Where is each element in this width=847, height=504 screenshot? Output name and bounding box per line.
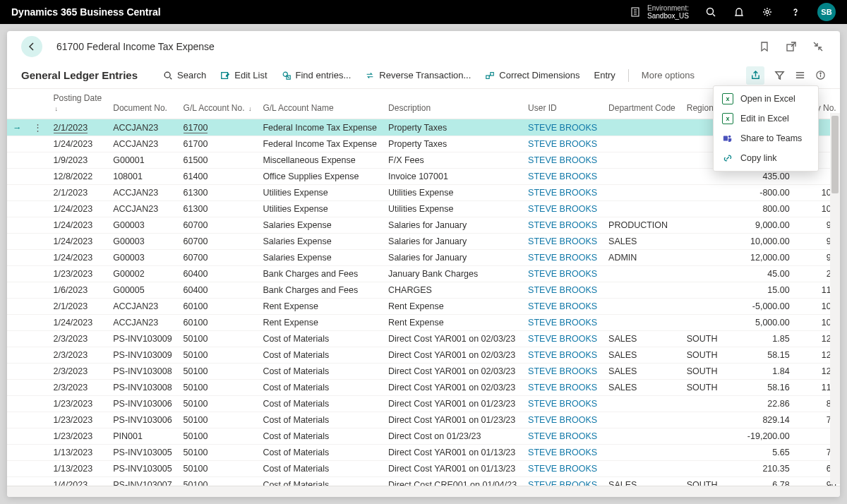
list-view-icon[interactable] bbox=[795, 70, 805, 80]
col-department[interactable]: Department Code bbox=[603, 89, 681, 119]
cell-date: 1/24/2023 bbox=[48, 201, 108, 217]
info-icon[interactable] bbox=[815, 70, 826, 80]
entry-menu-button[interactable]: Entry bbox=[587, 62, 623, 88]
back-button[interactable] bbox=[21, 36, 42, 57]
row-indicator bbox=[7, 299, 28, 315]
cell-gl: 60700 bbox=[178, 250, 258, 266]
cell-region: SOUTH bbox=[681, 364, 742, 380]
reverse-button[interactable]: Reverse Transaction... bbox=[358, 62, 478, 88]
cell-doc: PS-INV103005 bbox=[107, 445, 177, 461]
cell-region: SOUTH bbox=[681, 331, 742, 347]
row-indicator bbox=[7, 461, 28, 477]
table-row[interactable]: 1/24/2023G0000360700Salaries ExpenseSala… bbox=[7, 234, 840, 250]
table-row[interactable]: 1/24/2023ACCJAN2360100Rent ExpenseRent E… bbox=[7, 315, 840, 331]
table-row[interactable]: 1/13/2023PS-INV10300550100Cost of Materi… bbox=[7, 461, 840, 477]
table-row[interactable]: 2/3/2023PS-INV10300950100Cost of Materia… bbox=[7, 331, 840, 347]
cell-amount: 5.65 bbox=[742, 445, 795, 461]
cell-dept bbox=[603, 185, 681, 201]
filter-icon[interactable] bbox=[774, 70, 785, 80]
cell-amount: 58.15 bbox=[742, 347, 795, 364]
edit-list-button[interactable]: Edit List bbox=[213, 62, 274, 88]
col-gl-account-no[interactable]: G/L Account No. ↓ bbox=[178, 89, 258, 119]
col-document-no[interactable]: Document No. bbox=[107, 89, 177, 119]
collapse-icon[interactable] bbox=[812, 40, 824, 53]
svg-line-13 bbox=[170, 77, 172, 79]
cell-user: STEVE BROOKS bbox=[522, 331, 603, 347]
cell-amount: 210.35 bbox=[742, 461, 795, 477]
svg-line-16 bbox=[287, 76, 289, 78]
table-row[interactable]: 1/23/2023PIN00150100Cost of MaterialsDir… bbox=[7, 428, 840, 445]
table-row[interactable]: 1/13/2023PS-INV10300550100Cost of Materi… bbox=[7, 445, 840, 461]
cell-doc: PS-INV103005 bbox=[107, 461, 177, 477]
cell-gl: 60700 bbox=[178, 217, 258, 234]
cell-dept bbox=[603, 169, 681, 185]
cell-dept bbox=[603, 428, 681, 445]
environment-indicator[interactable]: Environment: Sandbox_US bbox=[629, 4, 689, 20]
more-options-button[interactable]: More options bbox=[635, 62, 702, 88]
cell-desc: Salaries for January bbox=[383, 250, 522, 266]
vertical-scrollbar[interactable] bbox=[830, 113, 840, 484]
col-description[interactable]: Description bbox=[383, 89, 522, 119]
edit-in-excel[interactable]: x Edit in Excel bbox=[714, 109, 818, 128]
col-posting-date[interactable]: Posting Date↓ bbox=[48, 89, 108, 119]
gear-icon[interactable] bbox=[761, 6, 774, 18]
table-row[interactable]: 1/23/2023PS-INV10300650100Cost of Materi… bbox=[7, 412, 840, 428]
col-user-id[interactable]: User ID bbox=[522, 89, 603, 119]
open-in-excel[interactable]: x Open in Excel bbox=[714, 89, 818, 109]
cell-name: Salaries Expense bbox=[257, 217, 383, 234]
table-row[interactable]: 1/24/2023G0000360700Salaries ExpenseSala… bbox=[7, 217, 840, 234]
table-row[interactable]: 1/23/2023PS-INV10300650100Cost of Materi… bbox=[7, 396, 840, 412]
row-indicator bbox=[7, 282, 28, 299]
find-entries-icon bbox=[282, 71, 292, 80]
avatar[interactable]: SB bbox=[817, 3, 836, 21]
popout-icon[interactable] bbox=[785, 40, 798, 53]
cell-desc: Direct Cost on 01/23/23 bbox=[383, 428, 522, 445]
search-button[interactable]: Search bbox=[156, 62, 213, 88]
cell-region: SOUTH bbox=[681, 380, 742, 396]
row-indicator bbox=[7, 185, 28, 201]
table-row[interactable]: 2/3/2023PS-INV10300850100Cost of Materia… bbox=[7, 380, 840, 396]
cell-region bbox=[681, 266, 742, 282]
cell-date: 1/4/2023 bbox=[48, 477, 108, 486]
find-entries-button[interactable]: Find entries... bbox=[275, 62, 359, 88]
table-row[interactable]: 2/1/2023ACCJAN2361300Utilities ExpenseUt… bbox=[7, 185, 840, 201]
cell-amount: 12,000.00 bbox=[742, 250, 795, 266]
cell-desc: Property Taxes bbox=[383, 136, 522, 152]
search-icon[interactable] bbox=[704, 6, 717, 18]
row-indicator bbox=[7, 315, 28, 331]
col-gl-account-name[interactable]: G/L Account Name bbox=[257, 89, 383, 119]
bookmark-icon[interactable] bbox=[758, 40, 771, 53]
copy-link[interactable]: Copy link bbox=[714, 148, 818, 168]
cell-dept: SALES bbox=[603, 477, 681, 486]
share-button[interactable] bbox=[746, 66, 764, 85]
correct-dimensions-button[interactable]: Correct Dimensions bbox=[478, 62, 587, 88]
edit-list-icon bbox=[220, 71, 230, 80]
horizontal-scrollbar[interactable] bbox=[7, 486, 840, 497]
row-indicator bbox=[7, 331, 28, 347]
cell-dept bbox=[603, 266, 681, 282]
table-row[interactable]: 2/1/2023ACCJAN2360100Rent ExpenseRent Ex… bbox=[7, 299, 840, 315]
cell-desc: CHARGES bbox=[383, 282, 522, 299]
table-row[interactable]: 1/6/2023G0000560400Bank Charges and Fees… bbox=[7, 282, 840, 299]
cell-user: STEVE BROOKS bbox=[522, 364, 603, 380]
cell-user: STEVE BROOKS bbox=[522, 299, 603, 315]
row-indicator bbox=[7, 412, 28, 428]
cell-amount: -800.00 bbox=[742, 185, 795, 201]
table-row[interactable]: 1/23/2023G0000260400Bank Charges and Fee… bbox=[7, 266, 840, 282]
cell-name: Rent Expense bbox=[257, 315, 383, 331]
share-to-teams[interactable]: Share to Teams bbox=[714, 128, 818, 148]
cell-amount: 1.84 bbox=[742, 364, 795, 380]
table-row[interactable]: 1/24/2023ACCJAN2361300Utilities ExpenseU… bbox=[7, 201, 840, 217]
table-row[interactable]: 2/3/2023PS-INV10300950100Cost of Materia… bbox=[7, 347, 840, 364]
table-row[interactable]: 1/4/2023PS-INV10300750100Cost of Materia… bbox=[7, 477, 840, 486]
cell-dept: ADMIN bbox=[603, 250, 681, 266]
cell-doc: ACCJAN23 bbox=[107, 299, 177, 315]
table-row[interactable]: 1/24/2023G0000360700Salaries ExpenseSala… bbox=[7, 250, 840, 266]
cell-name: Salaries Expense bbox=[257, 234, 383, 250]
table-row[interactable]: 2/3/2023PS-INV10300850100Cost of Materia… bbox=[7, 364, 840, 380]
cell-name: Utilities Expense bbox=[257, 201, 383, 217]
row-menu-icon bbox=[28, 461, 48, 477]
bell-icon[interactable] bbox=[733, 6, 745, 18]
cell-region bbox=[681, 201, 742, 217]
help-icon[interactable] bbox=[789, 6, 802, 18]
